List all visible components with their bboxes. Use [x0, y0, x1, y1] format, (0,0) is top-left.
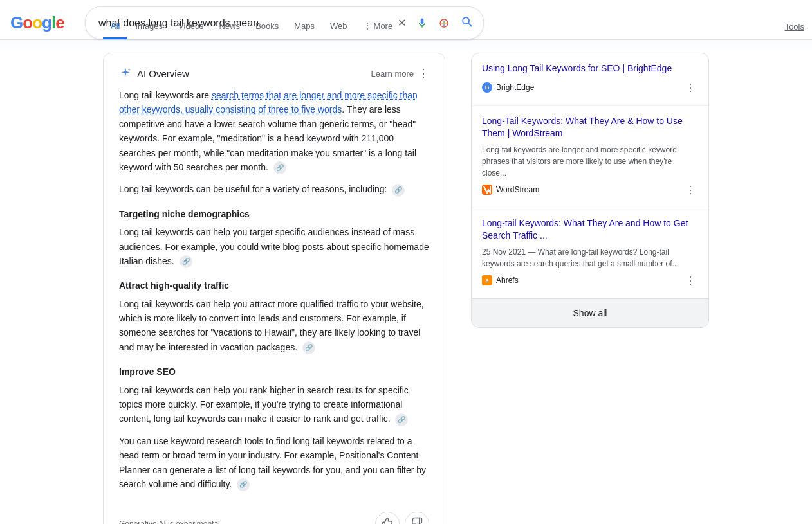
tab-news[interactable]: News	[212, 15, 248, 39]
ai-section-title-3: Improve SEO	[119, 365, 429, 379]
ai-overview-footer: Generative AI is experimental.	[119, 504, 429, 524]
source-title-2[interactable]: Long-Tail Keywords: What They Are & How …	[482, 115, 698, 140]
three-dots-icon: ⋮	[363, 21, 372, 31]
source-link-icon-4[interactable]: 🔗	[302, 341, 315, 354]
source-link-icon-3[interactable]: 🔗	[180, 255, 192, 268]
ai-section-body-2: Long tail keywords can help you attract …	[119, 299, 424, 352]
ai-overview-header: AI Overview Learn more ⋮	[119, 66, 429, 80]
more-options-icon: ⋮	[418, 66, 429, 80]
tab-tools[interactable]: Tools	[777, 15, 812, 38]
thumbs-down-icon	[411, 517, 423, 524]
tab-more[interactable]: ⋮ More	[355, 14, 401, 39]
source-item-3: Long-tail Keywords: What They Are and Ho…	[472, 208, 708, 298]
ai-overview-title: AI Overview	[137, 68, 189, 79]
main-content: AI Overview Learn more ⋮ Long tail keywo…	[103, 53, 445, 524]
google-logo: Google	[10, 13, 75, 33]
thumbs-up-button[interactable]	[375, 512, 400, 524]
tab-maps[interactable]: Maps	[286, 15, 322, 39]
ai-body-intro: Long tail keywords are	[119, 90, 212, 100]
ai-learn-more[interactable]: Learn more ⋮	[371, 66, 429, 80]
source-link-icon-5[interactable]: 🔗	[395, 413, 408, 426]
source-site-1: B BrightEdge	[482, 82, 534, 93]
tab-all[interactable]: All	[103, 15, 127, 39]
tab-videos[interactable]: Videos	[171, 15, 212, 39]
thumbs-down-button[interactable]	[405, 512, 429, 524]
wordstream-favicon	[482, 185, 492, 195]
source-site-2: WordStream	[482, 185, 539, 195]
source-link-icon-6[interactable]: 🔗	[237, 478, 250, 491]
source-more-button-3[interactable]: ⋮	[683, 272, 698, 289]
source-title-1[interactable]: Using Long Tail Keywords for SEO | Brigh…	[482, 62, 698, 75]
source-site-3: a Ahrefs	[482, 275, 519, 285]
ai-overview-body: Long tail keywords are search terms that…	[119, 88, 429, 491]
source-item-1: Using Long Tail Keywords for SEO | Brigh…	[472, 53, 708, 106]
tab-images[interactable]: Images	[127, 15, 171, 39]
source-snippet-3: 25 Nov 2021 — What are long-tail keyword…	[482, 246, 698, 269]
source-link-icon-2[interactable]: 🔗	[392, 184, 405, 197]
ai-experimental-text: Generative AI is experimental.	[119, 519, 222, 524]
source-meta-1: B BrightEdge ⋮	[482, 79, 698, 96]
ai-reasons-intro: Long tail keywords can be useful for a v…	[119, 184, 387, 194]
ai-body-closing: You can use keyword research tools to fi…	[119, 436, 426, 489]
ai-overview-card: AI Overview Learn more ⋮ Long tail keywo…	[103, 53, 445, 524]
source-more-button-1[interactable]: ⋮	[683, 79, 698, 96]
right-panel: Using Long Tail Keywords for SEO | Brigh…	[471, 53, 709, 524]
show-all-button[interactable]: Show all	[472, 298, 708, 327]
ai-section-body-3: Long tail keywords can help you rank hig…	[119, 385, 409, 424]
tab-web[interactable]: Web	[322, 15, 355, 39]
ai-section-title-2: Attract high-quality traffic	[119, 278, 429, 293]
source-snippet-2: Long-tail keywords are longer and more s…	[482, 144, 698, 179]
source-meta-2: WordStream ⋮	[482, 181, 698, 199]
ai-title-row: AI Overview	[119, 67, 189, 80]
source-item-2: Long-Tail Keywords: What They Are & How …	[472, 106, 708, 208]
sources-card: Using Long Tail Keywords for SEO | Brigh…	[471, 53, 709, 328]
source-meta-3: a Ahrefs ⋮	[482, 272, 698, 289]
brightedge-favicon: B	[482, 82, 492, 93]
tab-books[interactable]: Books	[248, 15, 286, 39]
wordstream-icon	[483, 185, 492, 194]
source-link-icon-1[interactable]: 🔗	[273, 161, 286, 174]
source-more-button-2[interactable]: ⋮	[683, 181, 698, 199]
ai-section-title-1: Targeting niche demographics	[119, 207, 429, 221]
thumbs-up-icon	[382, 517, 393, 524]
ahrefs-favicon: a	[482, 275, 492, 285]
feedback-buttons	[375, 512, 429, 524]
ai-sparkle-icon	[119, 67, 132, 80]
source-title-3[interactable]: Long-tail Keywords: What They Are and Ho…	[482, 217, 698, 242]
ai-section-body-1: Long tail keywords can help you target s…	[119, 227, 429, 266]
